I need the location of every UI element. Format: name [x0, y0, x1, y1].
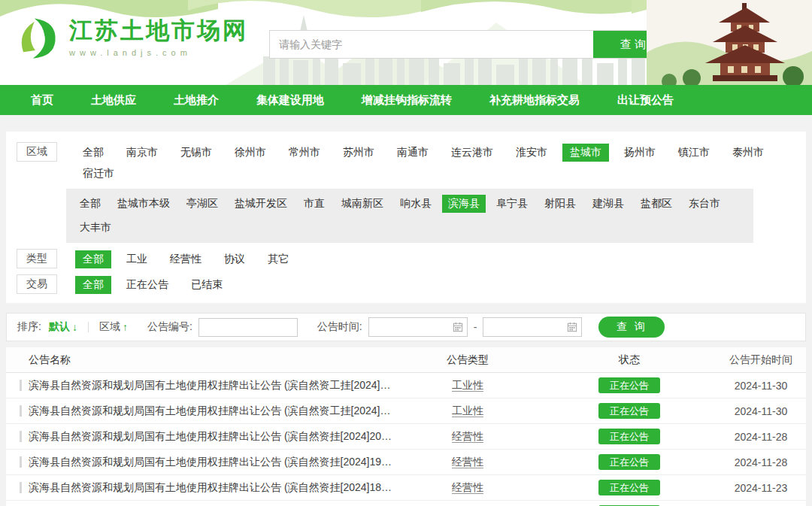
region-filter-row: 区域 全部 南京市 无锡市 徐州市 常州市 苏州市 — [17, 142, 795, 183]
subregion-chip[interactable]: 盐城市本级 — [111, 195, 176, 213]
query-button[interactable]: 查 询 — [598, 317, 665, 338]
date-to-box[interactable] — [483, 317, 582, 337]
subregion-chip[interactable]: 响水县 — [394, 195, 438, 213]
nav-item[interactable]: 土地供应 — [72, 85, 155, 115]
notice-name-cell: 滨海县自然资源和规划局国有土地使用权挂牌出让公告 (滨自然资挂[2024]18号… — [6, 481, 392, 495]
site-logo-icon — [9, 12, 63, 63]
notice-date: 2024-11-23 — [716, 482, 806, 494]
table-row[interactable]: 滨海县自然资源和规划局国有土地使用权挂牌出让公告 (滨自然资挂[2024]18号… — [6, 475, 806, 501]
notice-date: 2024-11-28 — [716, 456, 806, 468]
notice-type: 经营性 — [452, 481, 483, 493]
type-chip[interactable]: 经营性 — [162, 250, 209, 268]
nav-item[interactable]: 出让预公告 — [598, 85, 692, 115]
search-input[interactable] — [270, 31, 593, 58]
notice-type: 经营性 — [452, 430, 483, 442]
sort-default-option[interactable]: 默认 ↓ — [49, 320, 77, 334]
subregion-chip[interactable]: 全部 — [74, 195, 107, 213]
notice-name-link[interactable]: 滨海县自然资源和规划局国有土地使用权挂牌出让公告 (滨自然资挂[2024]20号… — [29, 430, 392, 444]
header-notice-type: 公告类型 — [392, 353, 543, 367]
region-chip[interactable]: 徐州市 — [227, 144, 274, 162]
region-chip[interactable]: 淮安市 — [508, 144, 555, 162]
notice-name-cell: 滨海县自然资源和规划局国有土地使用权挂牌出让公告 (滨自然资工挂[2024]21… — [6, 379, 392, 392]
nav-item[interactable]: 土地推介 — [155, 85, 238, 115]
table-row[interactable]: 滨海县自然资源和规划局国有土地使用权挂牌出让公告 (滨自然资工挂[2024]21… — [6, 373, 806, 398]
region-chip[interactable]: 苏州市 — [335, 144, 382, 162]
status-cell: 正在公告 — [543, 429, 716, 445]
region-chip[interactable]: 常州市 — [281, 144, 328, 162]
status-cell: 正在公告 — [543, 377, 716, 394]
region-chip[interactable]: 连云港市 — [444, 144, 501, 162]
region-filter-label: 区域 — [17, 142, 57, 162]
table-row[interactable]: 滨海县自然资源和规划局国有土地使用权挂牌出让公告 (滨自然资工挂[2024]22… — [6, 398, 806, 424]
status-badge: 正在公告 — [598, 454, 660, 471]
nav-item[interactable]: 首页 — [12, 85, 72, 115]
date-from-box[interactable] — [368, 317, 468, 337]
region-chip[interactable]: 镇江市 — [671, 144, 717, 162]
row-marker — [20, 482, 22, 493]
type-chip[interactable]: 协议 — [217, 250, 253, 268]
sort-default-label: 默认 — [49, 320, 70, 334]
region-chip[interactable]: 无锡市 — [173, 144, 220, 162]
table-row[interactable]: 滨海县自然资源和规划局国有土地使用权挂牌出让公告 (滨自然资工挂[2024]20… — [6, 501, 806, 506]
content: 区域 全部 南京市 无锡市 徐州市 常州市 苏州市 — [0, 115, 812, 506]
site-url: www.landjs.com — [69, 48, 248, 57]
notice-time-label: 公告时间: — [317, 320, 362, 334]
subregion-chip[interactable]: 射阳县 — [538, 195, 582, 213]
region-chip[interactable]: 盐城市 — [562, 144, 609, 162]
region-chip[interactable]: 南京市 — [119, 144, 165, 162]
type-chip[interactable]: 其它 — [260, 250, 296, 268]
subregion-chip[interactable]: 盐城开发区 — [229, 195, 293, 213]
type-filter-row: 类型 全部 工业 经营性 协议 其它 — [17, 249, 795, 268]
row-marker — [20, 431, 22, 442]
nav-item[interactable]: 集体建设用地 — [238, 85, 343, 115]
subregion-chip[interactable]: 东台市 — [683, 195, 726, 213]
date-to-input[interactable] — [483, 322, 567, 333]
sort-region-option[interactable]: 区域 ↑ — [99, 320, 128, 334]
row-marker — [20, 405, 22, 417]
table-header-row: 公告名称 公告类型 状态 公告开始时间 — [6, 347, 806, 373]
type-chip[interactable]: 全部 — [75, 250, 111, 268]
notice-name-link[interactable]: 滨海县自然资源和规划局国有土地使用权挂牌出让公告 (滨自然资工挂[2024]22… — [29, 404, 392, 418]
region-chip[interactable]: 泰州市 — [725, 144, 771, 162]
page: 江苏土地市场网 www.landjs.com 查询 — [0, 0, 812, 506]
trade-chip[interactable]: 正在公告 — [119, 276, 176, 294]
type-filter-label: 类型 — [17, 249, 57, 268]
notice-table: 公告名称 公告类型 状态 公告开始时间 滨海县自然资源和规划局国有土地使用权挂牌… — [6, 347, 806, 506]
table-row[interactable]: 滨海县自然资源和规划局国有土地使用权挂牌出让公告 (滨自然资挂[2024]20号… — [6, 424, 806, 450]
subregion-chip[interactable]: 滨海县 — [442, 195, 486, 213]
subregion-chip[interactable]: 建湖县 — [586, 195, 630, 213]
nav-item[interactable]: 补充耕地指标交易 — [471, 85, 598, 115]
trade-chip[interactable]: 全部 — [75, 276, 111, 294]
header-start-date: 公告开始时间 — [716, 353, 806, 367]
trade-chip[interactable]: 已结束 — [183, 276, 230, 294]
header-notice-name: 公告名称 — [6, 353, 392, 367]
notice-name-cell: 滨海县自然资源和规划局国有土地使用权挂牌出让公告 (滨自然资挂[2024]19号… — [6, 456, 392, 469]
status-cell: 正在公告 — [543, 480, 716, 496]
notice-type: 工业性 — [452, 404, 483, 417]
notice-name-link[interactable]: 滨海县自然资源和规划局国有土地使用权挂牌出让公告 (滨自然资工挂[2024]21… — [29, 379, 392, 392]
region-chips: 全部 南京市 无锡市 徐州市 常州市 苏州市 南通市 连云港市 — [75, 142, 795, 183]
region-chip[interactable]: 南通市 — [389, 144, 436, 162]
date-range-separator: - — [474, 321, 477, 333]
region-chip[interactable]: 全部 — [75, 144, 111, 162]
notice-no-input[interactable] — [198, 318, 298, 337]
subregion-chip[interactable]: 市直 — [298, 195, 331, 213]
trade-filter-label: 交易 — [17, 274, 57, 294]
date-from-input[interactable] — [369, 322, 453, 333]
notice-name-link[interactable]: 滨海县自然资源和规划局国有土地使用权挂牌出让公告 (滨自然资挂[2024]19号… — [29, 456, 392, 469]
nav-item[interactable]: 增减挂钩指标流转 — [343, 85, 471, 115]
notice-name-link[interactable]: 滨海县自然资源和规划局国有土地使用权挂牌出让公告 (滨自然资挂[2024]18号… — [29, 481, 392, 495]
region-chip[interactable]: 扬州市 — [617, 144, 663, 162]
subregion-chip[interactable]: 城南新区 — [335, 195, 389, 213]
row-marker — [20, 456, 22, 468]
subregion-chip[interactable]: 大丰市 — [74, 219, 117, 237]
notice-type: 工业性 — [452, 379, 483, 391]
region-chip[interactable]: 宿迁市 — [75, 165, 122, 183]
subregion-chip[interactable]: 阜宁县 — [490, 195, 534, 213]
site-logo[interactable]: 江苏土地市场网 www.landjs.com — [9, 12, 248, 63]
status-cell: 正在公告 — [543, 403, 716, 420]
table-row[interactable]: 滨海县自然资源和规划局国有土地使用权挂牌出让公告 (滨自然资挂[2024]19号… — [6, 450, 806, 475]
subregion-chip[interactable]: 盐都区 — [635, 195, 678, 213]
type-chip[interactable]: 工业 — [119, 250, 155, 268]
subregion-chip[interactable]: 亭湖区 — [180, 195, 224, 213]
